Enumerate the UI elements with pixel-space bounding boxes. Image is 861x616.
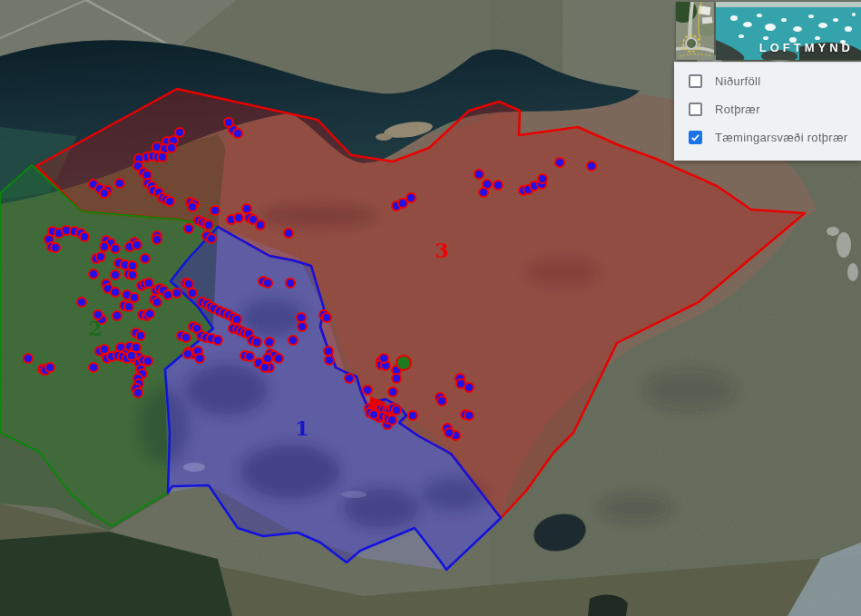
map-point-marker[interactable]	[132, 343, 141, 352]
map-point-marker[interactable]	[322, 313, 331, 322]
layer-toggle-0[interactable]: Niðurföll	[689, 67, 852, 95]
map-point-marker[interactable]	[324, 347, 333, 356]
zone-label-2: 2	[88, 317, 102, 340]
checkbox-icon[interactable]	[689, 103, 702, 116]
map-point-marker[interactable]	[165, 197, 174, 206]
map-container[interactable]: 321	[0, 0, 861, 616]
layer-toggle-2[interactable]: Tæmingarsvæði rotþrær	[689, 123, 852, 152]
map-point-marker[interactable]	[234, 213, 243, 222]
map-point-marker[interactable]	[325, 356, 334, 365]
map-point-marker[interactable]	[136, 331, 145, 340]
map-point-marker[interactable]	[207, 234, 216, 243]
map-point-marker[interactable]	[297, 313, 306, 322]
map-point-marker[interactable]	[242, 204, 251, 213]
map-point-marker[interactable]	[538, 174, 547, 183]
map-point-marker[interactable]	[89, 363, 98, 372]
map-point-marker[interactable]	[289, 336, 298, 345]
map-point-marker[interactable]	[45, 363, 54, 372]
map-point-marker[interactable]	[363, 386, 372, 395]
map-point-marker[interactable]	[144, 279, 153, 288]
map-point-marker[interactable]	[286, 279, 295, 288]
map-point-marker[interactable]	[188, 202, 197, 211]
map-point-marker[interactable]	[406, 193, 416, 202]
map-point-marker[interactable]	[224, 118, 233, 127]
map-point-marker[interactable]	[392, 374, 401, 383]
map-point-marker[interactable]	[124, 302, 133, 311]
map-point-marker[interactable]	[100, 242, 109, 251]
map-point-marker[interactable]	[188, 288, 197, 298]
map-point-marker[interactable]	[158, 152, 167, 161]
map-point-marker[interactable]	[141, 254, 150, 263]
map-point-marker[interactable]	[475, 170, 484, 179]
map-point-marker[interactable]	[184, 279, 193, 288]
map-point-marker[interactable]	[494, 181, 503, 190]
basemap-thumbnail-map[interactable]	[676, 2, 714, 60]
map-point-marker[interactable]	[387, 416, 396, 425]
map-point-marker[interactable]	[172, 288, 181, 298]
map-point-marker[interactable]	[284, 229, 293, 238]
map-point-marker[interactable]	[100, 189, 109, 198]
map-point-marker[interactable]	[465, 411, 474, 420]
map-point-marker[interactable]	[80, 232, 89, 241]
map-point-marker[interactable]	[145, 309, 154, 318]
map-point-marker[interactable]	[130, 293, 139, 302]
map-point-marker[interactable]	[96, 252, 105, 261]
map-point-marker[interactable]	[133, 388, 142, 397]
map-point-marker[interactable]	[132, 240, 142, 249]
map-point-marker[interactable]	[298, 322, 307, 331]
map-point-marker[interactable]	[388, 387, 397, 396]
map-point-marker[interactable]	[111, 270, 120, 279]
map-point-marker[interactable]	[128, 270, 137, 279]
map-point-marker[interactable]	[398, 199, 407, 208]
map-point-marker[interactable]	[245, 352, 254, 361]
map-point-marker[interactable]	[260, 363, 269, 372]
map-point-marker[interactable]	[479, 188, 488, 197]
map-point-marker[interactable]	[51, 243, 60, 252]
map-point-marker[interactable]	[345, 374, 354, 383]
map-point-marker[interactable]	[204, 220, 213, 230]
map-point-marker[interactable]	[555, 158, 564, 167]
map-point-marker[interactable]	[111, 288, 120, 297]
map-point-marker[interactable]	[143, 357, 152, 366]
map-point-marker[interactable]	[175, 128, 184, 137]
zone-label-3: 3	[435, 239, 448, 262]
map-point-marker[interactable]	[233, 129, 242, 138]
checkbox-icon[interactable]	[689, 74, 702, 88]
map-point-marker[interactable]	[392, 406, 401, 415]
map-point-marker[interactable]	[263, 279, 272, 288]
map-point-marker[interactable]	[369, 410, 378, 419]
map-point-marker[interactable]	[252, 337, 261, 347]
map-point-marker[interactable]	[113, 311, 122, 320]
map-point-marker[interactable]	[181, 333, 191, 342]
map-point-marker[interactable]	[213, 336, 222, 345]
map-point-marker[interactable]	[111, 244, 120, 253]
layer-toggle-1[interactable]: Rotþrær	[689, 95, 852, 123]
map-point-marker[interactable]	[256, 220, 265, 230]
map-point-marker[interactable]	[274, 354, 283, 363]
green-point-marker[interactable]	[396, 356, 411, 370]
map-point-marker[interactable]	[379, 354, 388, 363]
map-point-marker[interactable]	[263, 354, 272, 363]
map-point-marker[interactable]	[152, 298, 161, 307]
basemap-thumbnail-loftmynd[interactable]: LOFTMYND	[716, 2, 861, 60]
map-point-marker[interactable]	[183, 349, 192, 358]
checkbox-checked-icon[interactable]	[689, 131, 702, 144]
map-point-marker[interactable]	[465, 383, 474, 392]
map-point-marker[interactable]	[195, 354, 204, 363]
map-point-marker[interactable]	[184, 224, 193, 233]
map-point-marker[interactable]	[163, 290, 172, 299]
map-point-marker[interactable]	[437, 396, 446, 406]
map-point-marker[interactable]	[115, 179, 124, 188]
map-point-marker[interactable]	[408, 411, 417, 420]
map-point-marker[interactable]	[232, 315, 241, 324]
map-point-marker[interactable]	[265, 337, 274, 347]
map-point-marker[interactable]	[89, 269, 98, 279]
map-point-marker[interactable]	[167, 143, 176, 152]
map-point-marker[interactable]	[24, 354, 33, 363]
map-point-marker[interactable]	[100, 345, 109, 354]
map-point-marker[interactable]	[587, 161, 596, 171]
map-point-marker[interactable]	[445, 428, 454, 437]
map-point-marker[interactable]	[210, 206, 220, 215]
map-point-marker[interactable]	[152, 235, 161, 244]
map-point-marker[interactable]	[77, 298, 86, 307]
